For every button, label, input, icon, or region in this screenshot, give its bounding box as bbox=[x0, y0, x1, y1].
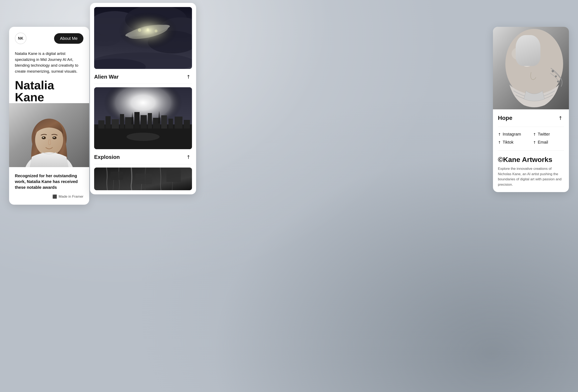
svg-rect-34 bbox=[148, 113, 152, 129]
instagram-label: Instagram bbox=[503, 132, 521, 136]
svg-rect-32 bbox=[134, 112, 140, 129]
svg-point-8 bbox=[43, 137, 44, 138]
hope-title: Hope bbox=[498, 115, 512, 121]
abstract-svg bbox=[94, 168, 192, 190]
about-me-button[interactable]: About Me bbox=[54, 33, 83, 44]
svg-rect-39 bbox=[184, 120, 190, 129]
svg-point-58 bbox=[526, 60, 528, 63]
hope-svg bbox=[493, 27, 569, 109]
artist-name: Natalia Kane bbox=[15, 79, 83, 103]
made-in-framer-label: ⬛ Made in Framer bbox=[15, 194, 83, 199]
artwork-item-abstract bbox=[94, 168, 192, 190]
tiktok-arrow-icon: ↗ bbox=[497, 139, 502, 145]
svg-rect-46 bbox=[166, 170, 181, 182]
twitter-arrow-icon: ↗ bbox=[532, 131, 537, 137]
svg-rect-29 bbox=[112, 119, 119, 129]
svg-point-40 bbox=[127, 133, 160, 141]
hope-link[interactable]: ↗ bbox=[555, 113, 566, 123]
instagram-link[interactable]: ↗ Instagram bbox=[498, 132, 529, 136]
svg-point-54 bbox=[557, 81, 559, 82]
svg-rect-33 bbox=[141, 115, 147, 129]
tiktok-label: Tiktok bbox=[503, 140, 514, 145]
svg-rect-36 bbox=[161, 115, 167, 129]
alien-war-title: Alien War bbox=[94, 74, 119, 80]
portrait-svg bbox=[9, 103, 89, 167]
alien-war-image bbox=[94, 7, 192, 69]
twitter-link[interactable]: ↗ Twitter bbox=[533, 132, 564, 136]
svg-rect-30 bbox=[120, 114, 124, 129]
explosion-svg bbox=[94, 87, 192, 149]
brand-name: ©Kane Artworks bbox=[498, 156, 564, 164]
explosion-title: Explosion bbox=[94, 154, 120, 160]
alien-war-row: Alien War ↗ bbox=[94, 71, 192, 84]
right-card: Hope ↗ ↗ Instagram ↗ Twitter ↗ Tiktok bbox=[493, 27, 569, 192]
svg-point-56 bbox=[523, 58, 531, 65]
divider-1 bbox=[94, 84, 192, 84]
svg-point-59 bbox=[525, 60, 527, 61]
svg-rect-44 bbox=[111, 172, 123, 180]
instagram-arrow-icon: ↗ bbox=[497, 131, 502, 137]
svg-point-52 bbox=[552, 70, 554, 72]
left-card-top: NK About Me Natalia Kane is a digital ar… bbox=[9, 27, 89, 103]
svg-rect-27 bbox=[98, 120, 104, 129]
nk-badge: NK bbox=[15, 33, 26, 44]
svg-rect-28 bbox=[105, 116, 111, 129]
abstract-image bbox=[94, 168, 192, 190]
social-divider-bottom bbox=[498, 150, 564, 151]
explosion-image bbox=[94, 87, 192, 149]
left-card: NK About Me Natalia Kane is a digital ar… bbox=[9, 27, 89, 205]
email-arrow-icon: ↗ bbox=[532, 139, 537, 145]
made-in-framer-text: Made in Framer bbox=[59, 195, 83, 199]
hope-image bbox=[493, 27, 569, 109]
svg-rect-45 bbox=[135, 174, 152, 184]
svg-point-53 bbox=[555, 76, 557, 77]
email-label: Email bbox=[538, 140, 548, 145]
svg-rect-37 bbox=[168, 119, 173, 129]
svg-rect-38 bbox=[175, 117, 183, 129]
tiktok-link[interactable]: ↗ Tiktok bbox=[498, 140, 529, 145]
artwork-item-alien-war: Alien War ↗ bbox=[94, 7, 192, 84]
svg-point-6 bbox=[42, 136, 46, 139]
svg-point-60 bbox=[512, 46, 532, 61]
explosion-link[interactable]: ↗ bbox=[183, 152, 194, 162]
twitter-label: Twitter bbox=[538, 132, 550, 136]
social-links: ↗ Instagram ↗ Twitter ↗ Tiktok ↗ Email bbox=[498, 132, 564, 145]
left-card-header: NK About Me bbox=[15, 33, 83, 44]
page-wrapper: NK About Me Natalia Kane is a digital ar… bbox=[0, 0, 578, 392]
middle-card: Alien War ↗ bbox=[90, 3, 196, 194]
svg-point-7 bbox=[52, 136, 56, 139]
explosion-row: Explosion ↗ bbox=[94, 152, 192, 164]
artist-photo bbox=[9, 103, 89, 167]
alien-war-svg bbox=[94, 7, 192, 69]
hope-row: Hope ↗ bbox=[498, 114, 564, 122]
svg-point-9 bbox=[53, 137, 55, 138]
svg-point-57 bbox=[525, 59, 530, 64]
divider-2 bbox=[94, 164, 192, 164]
email-link[interactable]: ↗ Email bbox=[533, 140, 564, 145]
framer-icon: ⬛ bbox=[52, 194, 57, 199]
awards-text: Recognized for her outstanding work, Nat… bbox=[15, 173, 83, 190]
bio-text: Natalia Kane is a digital artist special… bbox=[15, 51, 83, 74]
right-card-body: Hope ↗ ↗ Instagram ↗ Twitter ↗ Tiktok bbox=[493, 109, 569, 192]
brand-desc: Explore the innovative creations of Nich… bbox=[498, 166, 564, 187]
alien-war-link[interactable]: ↗ bbox=[183, 72, 194, 82]
svg-point-55 bbox=[520, 55, 534, 67]
artwork-item-explosion: Explosion ↗ bbox=[94, 87, 192, 164]
left-card-bottom: Recognized for her outstanding work, Nat… bbox=[9, 167, 89, 205]
